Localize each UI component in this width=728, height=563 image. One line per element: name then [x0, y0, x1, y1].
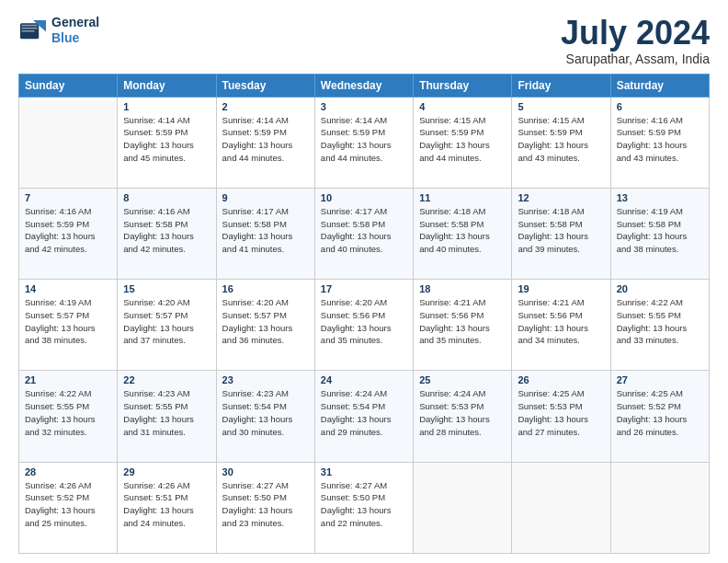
calendar-cell: 28Sunrise: 4:26 AM Sunset: 5:52 PM Dayli…: [19, 462, 118, 553]
col-monday: Monday: [118, 74, 216, 97]
logo-icon: [18, 17, 48, 43]
day-info: Sunrise: 4:18 AM Sunset: 5:58 PM Dayligh…: [518, 205, 604, 256]
calendar-cell: 23Sunrise: 4:23 AM Sunset: 5:54 PM Dayli…: [216, 371, 314, 462]
day-number: 2: [222, 101, 309, 112]
logo: General Blue: [18, 15, 99, 46]
day-info: Sunrise: 4:26 AM Sunset: 5:52 PM Dayligh…: [25, 479, 111, 530]
svg-rect-2: [22, 25, 38, 27]
col-sunday: Sunday: [19, 74, 118, 97]
calendar-cell: 20Sunrise: 4:22 AM Sunset: 5:55 PM Dayli…: [610, 280, 709, 371]
day-number: 7: [25, 192, 111, 203]
calendar-cell: 5Sunrise: 4:15 AM Sunset: 5:59 PM Daylig…: [512, 97, 610, 188]
day-number: 27: [617, 374, 703, 385]
day-number: 29: [123, 466, 210, 477]
calendar-cell: 21Sunrise: 4:22 AM Sunset: 5:55 PM Dayli…: [19, 371, 118, 462]
week-row-1: 7Sunrise: 4:16 AM Sunset: 5:59 PM Daylig…: [19, 188, 710, 279]
day-info: Sunrise: 4:14 AM Sunset: 5:59 PM Dayligh…: [321, 114, 407, 165]
calendar-cell: 6Sunrise: 4:16 AM Sunset: 5:59 PM Daylig…: [610, 97, 709, 188]
day-number: 3: [321, 101, 407, 112]
day-info: Sunrise: 4:20 AM Sunset: 5:57 PM Dayligh…: [123, 296, 210, 347]
day-info: Sunrise: 4:20 AM Sunset: 5:56 PM Dayligh…: [321, 296, 407, 347]
calendar-cell: 4Sunrise: 4:15 AM Sunset: 5:59 PM Daylig…: [414, 97, 512, 188]
day-info: Sunrise: 4:21 AM Sunset: 5:56 PM Dayligh…: [518, 296, 604, 347]
day-info: Sunrise: 4:27 AM Sunset: 5:50 PM Dayligh…: [321, 479, 407, 530]
week-row-0: 1Sunrise: 4:14 AM Sunset: 5:59 PM Daylig…: [19, 97, 710, 188]
calendar-cell: 7Sunrise: 4:16 AM Sunset: 5:59 PM Daylig…: [19, 188, 118, 279]
day-number: 19: [518, 283, 604, 294]
calendar-cell: 1Sunrise: 4:14 AM Sunset: 5:59 PM Daylig…: [118, 97, 216, 188]
calendar-cell: 16Sunrise: 4:20 AM Sunset: 5:57 PM Dayli…: [216, 280, 314, 371]
day-number: 30: [222, 466, 309, 477]
calendar-cell: 13Sunrise: 4:19 AM Sunset: 5:58 PM Dayli…: [610, 188, 709, 279]
day-info: Sunrise: 4:22 AM Sunset: 5:55 PM Dayligh…: [617, 296, 703, 347]
calendar-cell: 2Sunrise: 4:14 AM Sunset: 5:59 PM Daylig…: [216, 97, 314, 188]
day-info: Sunrise: 4:27 AM Sunset: 5:50 PM Dayligh…: [222, 479, 309, 530]
col-wednesday: Wednesday: [314, 74, 413, 97]
calendar-cell: 11Sunrise: 4:18 AM Sunset: 5:58 PM Dayli…: [414, 188, 512, 279]
day-info: Sunrise: 4:25 AM Sunset: 5:53 PM Dayligh…: [518, 387, 604, 438]
day-number: 9: [222, 192, 309, 203]
calendar-table: Sunday Monday Tuesday Wednesday Thursday…: [18, 74, 710, 554]
week-row-4: 28Sunrise: 4:26 AM Sunset: 5:52 PM Dayli…: [19, 462, 710, 553]
day-info: Sunrise: 4:15 AM Sunset: 5:59 PM Dayligh…: [518, 114, 604, 165]
calendar-cell: 27Sunrise: 4:25 AM Sunset: 5:52 PM Dayli…: [610, 371, 709, 462]
header-row: Sunday Monday Tuesday Wednesday Thursday…: [19, 74, 710, 97]
day-number: 4: [419, 101, 506, 112]
calendar-cell: 14Sunrise: 4:19 AM Sunset: 5:57 PM Dayli…: [19, 280, 118, 371]
day-info: Sunrise: 4:20 AM Sunset: 5:57 PM Dayligh…: [222, 296, 309, 347]
col-thursday: Thursday: [414, 74, 512, 97]
day-info: Sunrise: 4:18 AM Sunset: 5:58 PM Dayligh…: [419, 205, 506, 256]
day-number: 11: [419, 192, 506, 203]
page: General Blue July 2024 Sarupathar, Assam…: [0, 0, 728, 563]
calendar-cell: 22Sunrise: 4:23 AM Sunset: 5:55 PM Dayli…: [118, 371, 216, 462]
day-info: Sunrise: 4:17 AM Sunset: 5:58 PM Dayligh…: [222, 205, 309, 256]
svg-rect-3: [22, 28, 38, 29]
col-friday: Friday: [512, 74, 610, 97]
day-info: Sunrise: 4:17 AM Sunset: 5:58 PM Dayligh…: [321, 205, 407, 256]
day-info: Sunrise: 4:14 AM Sunset: 5:59 PM Dayligh…: [222, 114, 309, 165]
calendar-cell: 31Sunrise: 4:27 AM Sunset: 5:50 PM Dayli…: [314, 462, 413, 553]
day-info: Sunrise: 4:24 AM Sunset: 5:53 PM Dayligh…: [419, 387, 506, 438]
day-number: 28: [25, 466, 111, 477]
day-number: 1: [123, 101, 210, 112]
calendar-cell: 8Sunrise: 4:16 AM Sunset: 5:58 PM Daylig…: [118, 188, 216, 279]
calendar-cell: 17Sunrise: 4:20 AM Sunset: 5:56 PM Dayli…: [314, 280, 413, 371]
week-row-3: 21Sunrise: 4:22 AM Sunset: 5:55 PM Dayli…: [19, 371, 710, 462]
calendar-cell: [610, 462, 709, 553]
day-number: 8: [123, 192, 210, 203]
calendar-cell: 19Sunrise: 4:21 AM Sunset: 5:56 PM Dayli…: [512, 280, 610, 371]
col-tuesday: Tuesday: [216, 74, 314, 97]
svg-rect-4: [22, 30, 35, 32]
day-number: 18: [419, 283, 506, 294]
day-info: Sunrise: 4:21 AM Sunset: 5:56 PM Dayligh…: [419, 296, 506, 347]
day-info: Sunrise: 4:26 AM Sunset: 5:51 PM Dayligh…: [123, 479, 210, 530]
day-number: 16: [222, 283, 309, 294]
day-number: 24: [321, 374, 407, 385]
day-number: 21: [25, 374, 111, 385]
calendar-cell: 25Sunrise: 4:24 AM Sunset: 5:53 PM Dayli…: [414, 371, 512, 462]
calendar-cell: 12Sunrise: 4:18 AM Sunset: 5:58 PM Dayli…: [512, 188, 610, 279]
day-info: Sunrise: 4:23 AM Sunset: 5:55 PM Dayligh…: [123, 387, 210, 438]
day-number: 6: [617, 101, 703, 112]
week-row-2: 14Sunrise: 4:19 AM Sunset: 5:57 PM Dayli…: [19, 280, 710, 371]
calendar-cell: 29Sunrise: 4:26 AM Sunset: 5:51 PM Dayli…: [118, 462, 216, 553]
calendar-cell: 26Sunrise: 4:25 AM Sunset: 5:53 PM Dayli…: [512, 371, 610, 462]
day-number: 20: [617, 283, 703, 294]
col-saturday: Saturday: [610, 74, 709, 97]
calendar-cell: 18Sunrise: 4:21 AM Sunset: 5:56 PM Dayli…: [414, 280, 512, 371]
day-number: 13: [617, 192, 703, 203]
calendar-cell: 24Sunrise: 4:24 AM Sunset: 5:54 PM Dayli…: [314, 371, 413, 462]
day-number: 17: [321, 283, 407, 294]
title-block: July 2024 Sarupathar, Assam, India: [561, 15, 710, 66]
day-number: 22: [123, 374, 210, 385]
day-number: 14: [25, 283, 111, 294]
day-info: Sunrise: 4:14 AM Sunset: 5:59 PM Dayligh…: [123, 114, 210, 165]
day-number: 12: [518, 192, 604, 203]
day-number: 10: [321, 192, 407, 203]
day-info: Sunrise: 4:25 AM Sunset: 5:52 PM Dayligh…: [617, 387, 703, 438]
day-info: Sunrise: 4:23 AM Sunset: 5:54 PM Dayligh…: [222, 387, 309, 438]
day-info: Sunrise: 4:16 AM Sunset: 5:59 PM Dayligh…: [617, 114, 703, 165]
location: Sarupathar, Assam, India: [561, 52, 710, 66]
calendar-cell: 10Sunrise: 4:17 AM Sunset: 5:58 PM Dayli…: [314, 188, 413, 279]
header: General Blue July 2024 Sarupathar, Assam…: [18, 15, 710, 66]
